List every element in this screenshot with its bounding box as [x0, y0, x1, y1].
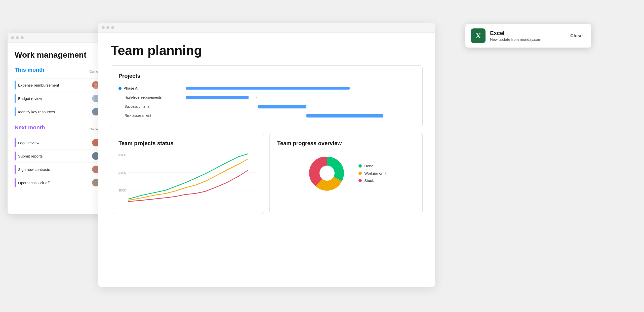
svg-point-4	[94, 109, 98, 113]
line-done	[128, 154, 248, 199]
gantt-row-ra: Risk assessment →	[118, 111, 415, 120]
this-month-heading: This month	[15, 67, 45, 73]
svg-point-8	[94, 153, 98, 157]
next-month-tasks: Legal review Submit reports Sign new con…	[15, 136, 106, 189]
excel-icon-wrap: X	[471, 28, 486, 43]
gantt-row-hlr: High-level requirements →	[118, 93, 415, 102]
gantt-chart: Phase A High-level requirements →	[118, 84, 415, 120]
team-window-title: Team planning	[111, 43, 423, 58]
notification-title: Excel	[490, 30, 563, 36]
gantt-label: High-level requirements	[118, 95, 174, 99]
phase-label-text: Phase A	[124, 86, 138, 90]
pie-chart	[306, 152, 348, 194]
task-bar	[15, 151, 16, 161]
svg-point-10	[94, 167, 98, 170]
task-bar	[15, 178, 16, 187]
gantt-track	[174, 86, 415, 91]
phase-dot	[118, 87, 122, 90]
gantt-track: →	[174, 104, 415, 109]
task-name: Legal review	[18, 141, 92, 145]
arrow-icon: →	[309, 105, 313, 108]
svg-point-3	[93, 99, 98, 102]
task-bar	[15, 138, 16, 147]
gantt-track: →	[174, 113, 415, 118]
titlebar-dot-1	[11, 36, 14, 39]
gantt-row-phase-a: Phase A	[118, 84, 415, 93]
legend-label-stuck: Stuck	[364, 178, 374, 183]
this-month-owner-label: Owner	[90, 70, 99, 73]
legend-item-done: Done	[358, 164, 386, 168]
legend-item-working: Working on it	[358, 171, 386, 175]
task-row: Submit reports	[15, 149, 106, 163]
svg-point-2	[94, 96, 98, 99]
legend-label-done: Done	[364, 164, 373, 168]
svg-point-5	[93, 113, 98, 115]
task-name: Budget review	[18, 96, 92, 101]
task-name: Identify key resources	[18, 110, 92, 114]
task-name: Submit reports	[18, 154, 92, 158]
legend-dot-done	[358, 164, 362, 168]
legend-item-stuck: Stuck	[358, 178, 386, 183]
titlebar-dot-1	[102, 26, 105, 29]
notification-close-button[interactable]: Close	[567, 32, 586, 40]
work-management-window: Work management This month Owner Expense…	[8, 33, 113, 214]
svg-point-13	[93, 184, 98, 186]
work-window-title: Work management	[15, 50, 106, 60]
task-name: Expense reimbursement	[18, 83, 92, 87]
task-row: Budget review	[15, 92, 106, 105]
task-row: Identify key resources	[15, 105, 106, 118]
projects-card: Projects Phase A High-level requirements	[111, 65, 423, 127]
gantt-label: Phase A	[118, 86, 174, 90]
task-name: Sign new contracts	[18, 167, 92, 172]
svg-point-18	[319, 166, 335, 181]
titlebar-dot-2	[106, 26, 109, 29]
svg-point-9	[93, 157, 98, 160]
gantt-bar	[306, 114, 384, 118]
legend-label-working: Working on it	[364, 171, 386, 175]
gantt-bar	[186, 87, 350, 90]
this-month-tasks: Expense reimbursement Budget review Iden…	[15, 78, 106, 118]
projects-card-title: Projects	[118, 73, 415, 79]
team-titlebar	[98, 23, 435, 33]
titlebar-dot-3	[21, 36, 24, 39]
next-month-heading: Next month	[15, 124, 45, 131]
pie-legend: Done Working on it Stuck	[358, 164, 386, 183]
bottom-cards-row: Team projects status $300K $200K $100K	[111, 133, 423, 214]
next-month-header: Next month Owner	[15, 124, 106, 134]
task-row: Operations kick-off	[15, 176, 106, 189]
next-month-owner-label: Owner	[90, 127, 99, 131]
gantt-label: Success criteria	[118, 104, 174, 108]
y-label-200k: $200K	[118, 171, 126, 174]
team-progress-card: Team progress overview	[269, 133, 423, 214]
task-row: Legal review	[15, 136, 106, 149]
legend-dot-stuck	[358, 179, 362, 182]
task-name: Operations kick-off	[18, 181, 92, 185]
line-chart: $300K $200K $100K	[118, 151, 256, 207]
arrow-icon: →	[292, 114, 296, 118]
work-titlebar	[8, 33, 113, 43]
team-status-title: Team projects status	[118, 140, 256, 147]
task-bar	[15, 94, 16, 103]
arrow-icon: →	[253, 96, 258, 99]
task-bar	[15, 165, 16, 174]
svg-point-11	[93, 170, 98, 173]
y-label-100k: $100K	[118, 188, 126, 192]
excel-icon: X	[476, 32, 481, 40]
gantt-label-text: Risk assessment	[125, 113, 151, 118]
notification-text: Excel New update from monday.com	[490, 30, 563, 42]
svg-point-1	[93, 86, 98, 89]
notification-message: New update from monday.com	[490, 37, 563, 42]
svg-point-6	[94, 140, 98, 144]
gantt-bar	[258, 105, 306, 108]
excel-notification: X Excel New update from monday.com Close	[465, 24, 591, 48]
gantt-bar	[186, 96, 249, 99]
svg-point-12	[94, 180, 98, 184]
legend-dot-working	[358, 172, 362, 175]
titlebar-dot-2	[16, 36, 19, 39]
gantt-track: →	[174, 95, 415, 100]
gantt-label-text: Success criteria	[125, 104, 149, 108]
team-progress-title: Team progress overview	[277, 140, 415, 147]
gantt-row-sc: Success criteria →	[118, 102, 415, 111]
gantt-label-text: High-level requirements	[125, 95, 162, 99]
team-status-card: Team projects status $300K $200K $100K	[111, 133, 264, 214]
